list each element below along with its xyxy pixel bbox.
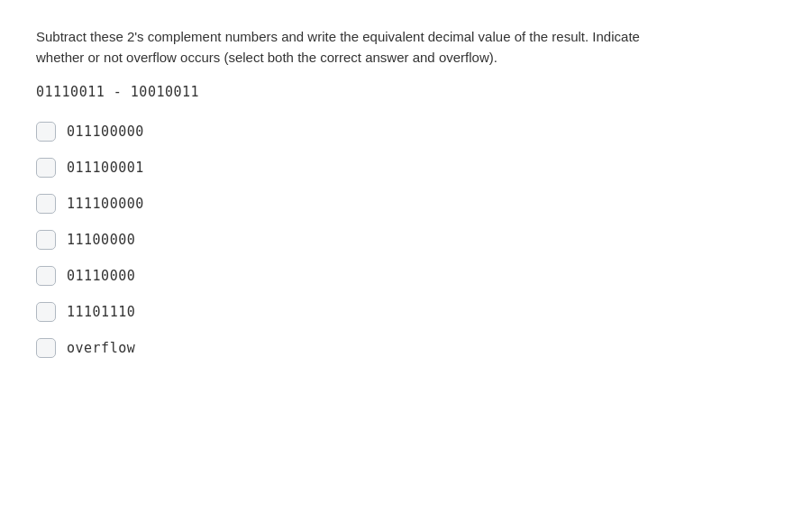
equation-text: 01110011 - 10010011 xyxy=(36,84,776,100)
option-label-4[interactable]: 11100000 xyxy=(67,232,135,248)
options-list: 0111000000111000011111000001110000001110… xyxy=(36,122,776,358)
checkbox-opt5[interactable] xyxy=(36,266,56,286)
checkbox-opt4[interactable] xyxy=(36,230,56,250)
option-label-3[interactable]: 111100000 xyxy=(67,196,144,212)
option-item[interactable]: 011100000 xyxy=(36,122,776,142)
option-item[interactable]: 11101110 xyxy=(36,302,776,322)
option-label-2[interactable]: 011100001 xyxy=(67,160,144,176)
option-item[interactable]: overflow xyxy=(36,338,776,358)
option-item[interactable]: 11100000 xyxy=(36,230,776,250)
checkbox-opt7[interactable] xyxy=(36,338,56,358)
checkbox-opt6[interactable] xyxy=(36,302,56,322)
option-item[interactable]: 111100000 xyxy=(36,194,776,214)
question-text: Subtract these 2's complement numbers an… xyxy=(36,27,649,68)
option-item[interactable]: 01110000 xyxy=(36,266,776,286)
option-label-1[interactable]: 011100000 xyxy=(67,124,144,140)
option-label-6[interactable]: 11101110 xyxy=(67,304,135,320)
checkbox-opt2[interactable] xyxy=(36,158,56,178)
option-label-7[interactable]: overflow xyxy=(67,340,135,356)
option-item[interactable]: 011100001 xyxy=(36,158,776,178)
option-label-5[interactable]: 01110000 xyxy=(67,268,135,284)
checkbox-opt3[interactable] xyxy=(36,194,56,214)
checkbox-opt1[interactable] xyxy=(36,122,56,142)
